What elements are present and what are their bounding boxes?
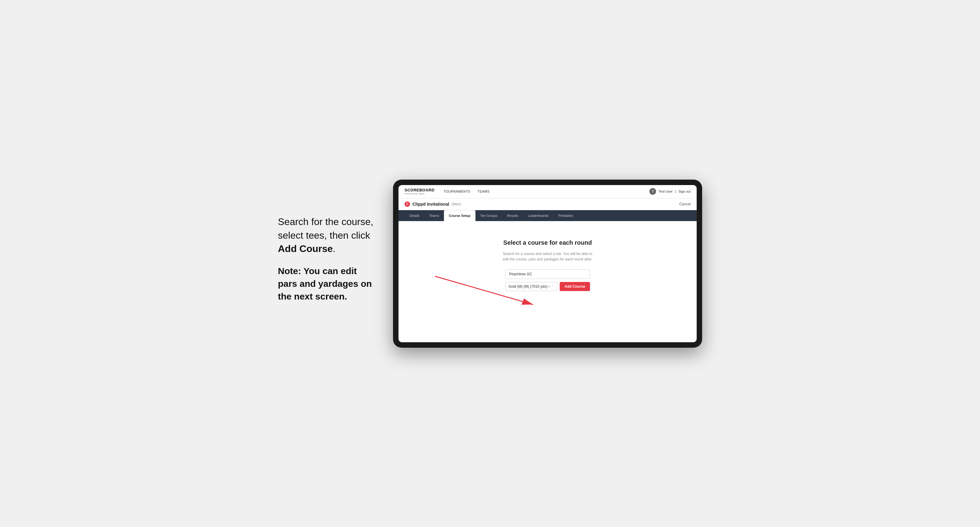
tab-teams[interactable]: Teams [425,210,444,221]
tab-details[interactable]: Details [404,210,425,221]
main-content: Select a course for each round Search fo… [398,221,697,342]
tee-select-actions: × ⌃ [548,284,554,289]
tab-tee-groups[interactable]: Tee Groups [476,210,503,221]
instruction-bold: Add Course [278,243,333,254]
tablet-screen: SCOREBOARD Powered by clippd TOURNAMENTS… [398,185,697,342]
tournament-title-row: C Clippd Invitational (Men) [404,202,461,207]
tournament-icon: C [404,202,410,207]
note-text: Note: You can edit pars and yardages on … [278,265,375,303]
tablet-device: SCOREBOARD Powered by clippd TOURNAMENTS… [393,179,702,348]
nav-teams[interactable]: TEAMS [477,190,489,193]
navbar-right: T Test User | Sign out [649,188,690,195]
tab-printables[interactable]: Printables [553,210,578,221]
nav-separator: | [675,190,676,193]
brand-title: SCOREBOARD [404,188,434,192]
tee-select-row: Gold (M) (M) (7010 yds) × ⌃ Add Course [505,282,590,291]
tab-results[interactable]: Results [502,210,523,221]
user-avatar: T [649,188,656,195]
section-title: Select a course for each round [503,239,592,246]
tournament-gender: (Men) [452,202,461,206]
tab-nav: Details Teams Course Setup Tee Groups Re… [398,210,697,221]
add-course-button[interactable]: Add Course [560,282,590,291]
brand: SCOREBOARD Powered by clippd [404,188,434,195]
course-search-input[interactable] [505,269,590,279]
user-label: Test User [659,190,673,193]
navbar-links: TOURNAMENTS TEAMS [444,190,649,193]
tee-select-wrapper[interactable]: Gold (M) (M) (7010 yds) × ⌃ [505,282,557,291]
navbar: SCOREBOARD Powered by clippd TOURNAMENTS… [398,185,697,198]
instruction-period: . [333,243,336,254]
instructions-panel: Search for the course, select tees, then… [278,215,375,312]
instruction-text: Search for the course, select tees, then… [278,215,375,256]
page-wrapper: Search for the course, select tees, then… [278,179,702,348]
nav-tournaments[interactable]: TOURNAMENTS [444,190,470,193]
tournament-header: C Clippd Invitational (Men) Cancel [398,198,697,210]
brand-subtitle: Powered by clippd [404,192,434,195]
signout-link[interactable]: Sign out [678,190,690,193]
tournament-name: Clippd Invitational [412,202,449,206]
cancel-button[interactable]: Cancel [679,202,690,206]
tee-select-value: Gold (M) (M) (7010 yds) [509,284,548,289]
section-description: Search for a course and select a tee. Yo… [502,251,593,262]
tab-leaderboards[interactable]: Leaderboards [523,210,553,221]
tab-course-setup[interactable]: Course Setup [444,210,476,221]
tee-clear-icon[interactable]: × [548,284,550,289]
tee-chevron-icon[interactable]: ⌃ [552,285,554,288]
